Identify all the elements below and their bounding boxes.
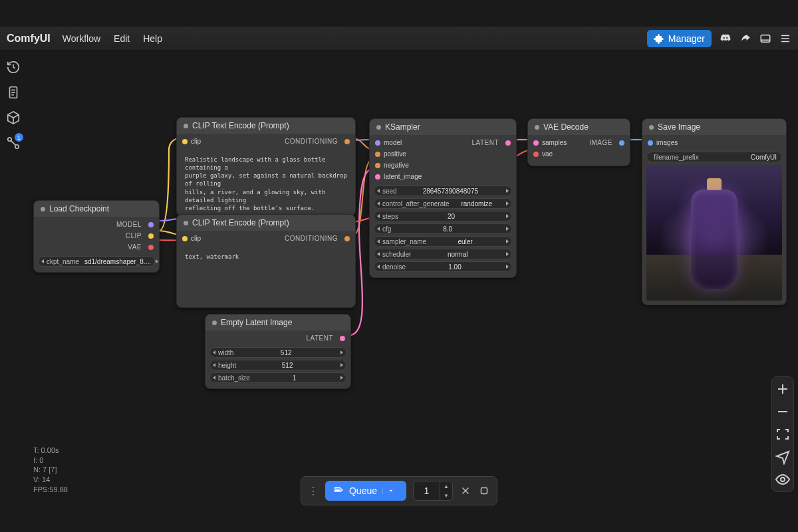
field-height[interactable]: height512 [209,360,346,370]
port-in-latent-image[interactable] [375,174,380,180]
prompt-text[interactable]: Realistic landscape with a glass bottle … [182,153,350,210]
port-out-model[interactable] [148,222,154,227]
port-out-latent[interactable] [340,336,345,341]
node-header[interactable]: Load Checkpoint [34,201,159,217]
field-cfg[interactable]: cfg8.0 [374,223,512,234]
zoom-out-button[interactable] [775,404,791,420]
chevron-right-icon[interactable] [156,259,158,263]
chevron-left-icon[interactable] [377,189,380,193]
stepper-up[interactable]: ▲ [440,481,452,491]
hamburger-icon[interactable] [779,33,791,45]
node-header[interactable]: Save Image [642,119,786,135]
chevron-right-icon[interactable] [506,252,509,256]
prompt-text[interactable]: text, watermark [182,250,350,302]
chevron-right-icon[interactable] [340,376,343,380]
port-out-vae[interactable] [148,245,154,250]
nodes-icon[interactable]: 1 [6,136,21,150]
node-header[interactable]: KSampler [370,119,516,135]
queue-dropdown[interactable] [382,487,398,494]
node-ksampler[interactable]: KSampler model LATENT positive negative … [369,118,517,278]
port-in-negative[interactable] [375,163,380,168]
port-out-clip[interactable] [148,233,154,239]
field-control-after-generate[interactable]: control_after_generaterandomize [374,198,512,209]
field-scheduler[interactable]: schedulernormal [374,249,512,259]
menu-workflow[interactable]: Workflow [63,33,100,44]
menu-edit[interactable]: Edit [114,33,130,44]
chevron-right-icon[interactable] [506,227,509,231]
collapse-dot-icon[interactable] [649,125,654,130]
chevron-left-icon[interactable] [377,265,380,269]
document-icon[interactable] [6,85,21,100]
port-out-conditioning[interactable] [344,139,350,144]
chevron-left-icon[interactable] [213,376,215,380]
cancel-button[interactable] [460,485,471,497]
node-save-image[interactable]: Save Image images filename_prefixComfyUI [642,118,787,305]
locate-button[interactable] [775,449,791,465]
node-clip-encode-negative[interactable]: CLIP Text Encode (Prompt) clip CONDITION… [176,214,356,308]
collapse-dot-icon[interactable] [212,321,217,325]
collapse-dot-icon[interactable] [184,124,188,128]
panel-icon[interactable] [759,33,771,45]
chevron-left-icon[interactable] [377,252,380,256]
chevron-left-icon[interactable] [213,350,215,354]
fit-screen-button[interactable] [775,426,791,442]
port-in-samples[interactable] [533,140,539,146]
chevron-left-icon[interactable] [377,239,380,243]
discord-icon[interactable] [720,33,732,45]
node-header[interactable]: Empty Latent Image [205,315,350,331]
chevron-right-icon[interactable] [506,201,509,205]
collapse-dot-icon[interactable] [535,125,539,130]
field-ckpt-name[interactable]: ckpt_name sd1/dreamshaper_8.... [38,256,155,267]
queue-count-stepper[interactable]: 1 ▲ ▼ [413,481,453,501]
graph-canvas[interactable]: Load Checkpoint MODEL CLIP VAE ckpt_name… [27,51,798,532]
field-filename-prefix[interactable]: filename_prefixComfyUI [646,152,782,162]
chevron-right-icon[interactable] [340,350,343,354]
port-in-clip[interactable] [182,236,188,241]
field-denoise[interactable]: denoise1.00 [374,261,512,272]
zoom-in-button[interactable] [775,381,791,397]
chevron-left-icon[interactable] [377,214,380,218]
eye-icon[interactable] [775,471,791,487]
node-header[interactable]: VAE Decode [528,119,630,135]
chevron-left-icon[interactable] [213,363,215,367]
collapse-dot-icon[interactable] [41,207,45,211]
field-batch-size[interactable]: batch_size1 [209,372,346,383]
image-preview[interactable] [646,165,782,301]
grip-icon[interactable]: ⋮ [308,485,319,497]
chevron-left-icon[interactable] [377,227,380,231]
stop-button[interactable] [478,485,490,497]
history-icon[interactable] [6,60,21,74]
chevron-right-icon[interactable] [506,239,509,243]
node-empty-latent[interactable]: Empty Latent Image LATENT width512 heigh… [205,314,351,389]
chevron-left-icon[interactable] [41,259,44,263]
port-out-image[interactable] [619,140,624,146]
chevron-right-icon[interactable] [506,189,509,193]
node-load-checkpoint[interactable]: Load Checkpoint MODEL CLIP VAE ckpt_name… [33,200,160,273]
field-seed[interactable]: seed286457390848075 [374,186,512,196]
chevron-left-icon[interactable] [377,201,380,205]
chevron-right-icon[interactable] [506,265,509,269]
node-vae-decode[interactable]: VAE Decode samples IMAGE vae [527,118,630,166]
node-header[interactable]: CLIP Text Encode (Prompt) [177,215,355,231]
cube-icon[interactable] [6,110,21,125]
field-steps[interactable]: steps20 [374,211,512,221]
manager-button[interactable]: Manager [647,30,712,47]
port-in-vae[interactable] [533,152,539,157]
port-in-images[interactable] [648,140,653,146]
collapse-dot-icon[interactable] [376,125,381,130]
chevron-right-icon[interactable] [506,214,509,218]
node-clip-encode-positive[interactable]: CLIP Text Encode (Prompt) clip CONDITION… [176,117,356,216]
port-out-conditioning[interactable] [344,236,350,241]
share-arrow-icon[interactable] [739,33,751,45]
node-header[interactable]: CLIP Text Encode (Prompt) [177,118,355,134]
stepper-down[interactable]: ▼ [440,491,452,500]
port-in-model[interactable] [375,140,380,146]
field-width[interactable]: width512 [209,347,346,358]
port-in-positive[interactable] [375,152,380,157]
collapse-dot-icon[interactable] [184,221,188,225]
chevron-right-icon[interactable] [340,363,343,367]
port-out-latent[interactable] [505,140,511,146]
menu-help[interactable]: Help [143,33,162,44]
field-sampler-name[interactable]: sampler_nameeuler [374,236,512,247]
port-in-clip[interactable] [182,139,188,144]
